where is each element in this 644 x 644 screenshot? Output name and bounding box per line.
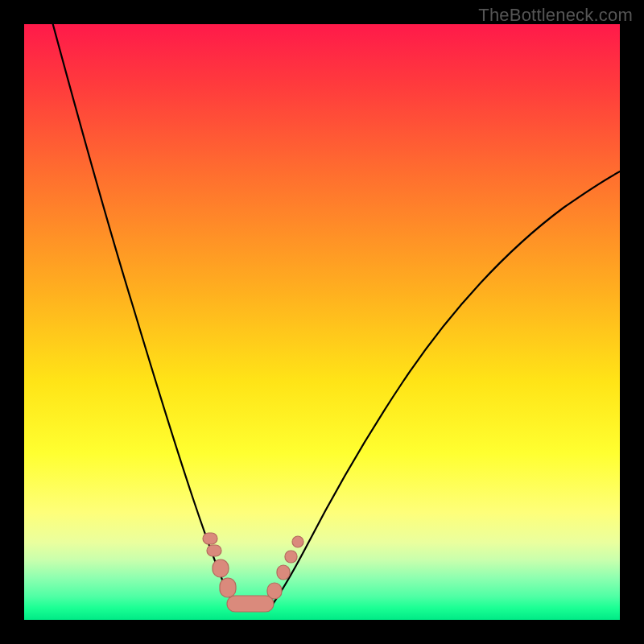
marker-dot (213, 559, 229, 577)
marker-dot (285, 551, 297, 563)
marker-dot (292, 536, 303, 547)
marker-dot (203, 533, 217, 544)
watermark-text: TheBottleneck.com (478, 5, 633, 26)
marker-dot (220, 578, 236, 597)
marker-dot (267, 583, 282, 599)
plot-area (24, 24, 620, 620)
chart-frame: TheBottleneck.com (0, 0, 644, 644)
marker-valley-bar (227, 596, 274, 612)
marker-group (203, 533, 303, 612)
curve-layer (24, 24, 620, 620)
marker-dot (207, 545, 221, 556)
left-curve (51, 24, 237, 609)
right-curve (270, 167, 620, 609)
marker-dot (277, 565, 290, 580)
